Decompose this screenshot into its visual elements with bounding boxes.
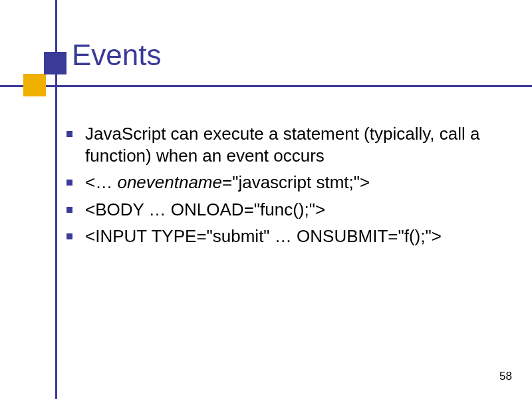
bullet-item: <INPUT TYPE="submit" … ONSUBMIT="f();">: [66, 225, 505, 247]
bullet-text-italic: oneventname: [117, 172, 222, 192]
bullet-text-prefix: <…: [85, 172, 117, 192]
bullet-text: JavaScript can execute a statement (typi…: [85, 124, 479, 166]
bullet-item: <… oneventname="javascript stmt;">: [66, 172, 505, 194]
slide: Events JavaScript can execute a statemen…: [0, 0, 532, 399]
slide-title: Events: [72, 39, 162, 72]
bullet-text-suffix: ="javascript stmt;">: [222, 172, 370, 192]
decoration-horizontal-line: [0, 85, 532, 87]
bullet-text: <INPUT TYPE="submit" … ONSUBMIT="f();">: [85, 226, 442, 246]
bullet-item: <BODY … ONLOAD="func();">: [66, 199, 505, 221]
slide-content: JavaScript can execute a statement (typi…: [66, 123, 505, 253]
bullet-item: JavaScript can execute a statement (typi…: [66, 123, 505, 166]
decoration-square-blue: [44, 52, 66, 74]
page-number: 58: [499, 370, 512, 383]
bullet-text: <BODY … ONLOAD="func();">: [85, 200, 325, 219]
decoration-square-yellow: [23, 74, 46, 96]
